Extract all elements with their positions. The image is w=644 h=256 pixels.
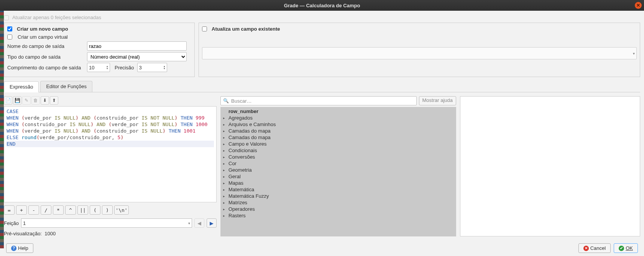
- export-expression-icon[interactable]: ⬆: [50, 96, 58, 105]
- op-close-paren[interactable]: ): [102, 205, 113, 215]
- tree-item[interactable]: ▸Condicionais: [221, 147, 456, 154]
- tab-function-editor[interactable]: Editor de Funções: [40, 81, 92, 92]
- op-equals[interactable]: =: [4, 205, 15, 215]
- field-type-select[interactable]: Número decimal (real): [87, 52, 187, 61]
- tree-item[interactable]: ▸Arquivos e Caminhos: [221, 121, 456, 128]
- tree-item[interactable]: ▸Geometria: [221, 167, 456, 173]
- expand-triangle-icon[interactable]: ▸: [223, 123, 225, 126]
- help-pane: [460, 96, 640, 236]
- expand-triangle-icon[interactable]: ▸: [223, 194, 225, 198]
- code-token: CASE: [7, 108, 18, 114]
- tree-item[interactable]: ▸Camadas do mapa: [221, 128, 456, 134]
- expand-triangle-icon[interactable]: ▸: [223, 207, 225, 211]
- update-field-panel: Atualiza um campo existente ▾: [199, 23, 640, 77]
- tree-item-label: Camadas do mapa: [228, 128, 271, 134]
- op-divide[interactable]: /: [41, 205, 51, 215]
- op-power[interactable]: ^: [65, 205, 76, 215]
- search-icon: 🔍: [223, 98, 229, 103]
- op-concat[interactable]: ||: [77, 205, 88, 215]
- tree-item-label: Geometria: [228, 167, 252, 173]
- tree-item-label: Agregados: [228, 115, 253, 121]
- op-minus[interactable]: -: [28, 205, 39, 215]
- field-name-input[interactable]: [87, 41, 187, 51]
- tree-item[interactable]: ▸Matemática Fuzzy: [221, 193, 456, 199]
- tree-item[interactable]: ▸Matrizes: [221, 199, 456, 206]
- field-length-value: 10: [89, 65, 94, 71]
- function-search-input[interactable]: 🔍 Buscar…: [220, 96, 417, 105]
- create-field-label: Criar um novo campo: [17, 26, 68, 32]
- field-precision-label: Precisão: [115, 65, 134, 71]
- expand-triangle-icon[interactable]: ▸: [223, 162, 225, 166]
- expand-triangle-icon[interactable]: ▸: [223, 142, 225, 146]
- chevron-down-icon: ▾: [188, 221, 190, 225]
- expand-triangle-icon[interactable]: ▸: [223, 155, 225, 159]
- help-button-label: Help: [18, 245, 28, 251]
- update-selected-label: Atualizar apenas 0 feições selecionadas: [12, 15, 101, 20]
- op-plus[interactable]: +: [16, 205, 27, 215]
- tree-item[interactable]: ▸Matemática: [221, 186, 456, 193]
- tree-item[interactable]: ▸Mapas: [221, 180, 456, 186]
- tree-item-label: Matrizes: [228, 200, 247, 205]
- expand-triangle-icon[interactable]: ▸: [223, 116, 225, 120]
- tree-item-label: Matemática Fuzzy: [228, 193, 269, 199]
- window-title: Grade — Calculadora de Campo: [284, 3, 360, 8]
- expand-triangle-icon[interactable]: ▸: [223, 188, 225, 192]
- op-open-paren[interactable]: (: [90, 205, 100, 215]
- expand-triangle-icon[interactable]: ▸: [223, 168, 225, 172]
- expand-triangle-icon[interactable]: ▸: [223, 129, 225, 133]
- tree-item[interactable]: ▸Camadas do mapa: [221, 134, 456, 141]
- feature-select[interactable]: 1 ▾: [21, 218, 192, 228]
- next-feature-button[interactable]: ▶: [207, 218, 217, 228]
- op-multiply[interactable]: *: [53, 205, 64, 215]
- expression-editor[interactable]: CASE WHEN (verde_por IS NULL) AND (const…: [4, 106, 217, 202]
- tree-item[interactable]: ▸Agregados: [221, 115, 456, 121]
- spinner-arrows-icon[interactable]: ▴▾: [107, 65, 108, 70]
- expand-triangle-icon[interactable]: ▸: [223, 181, 225, 185]
- field-precision-value: 3: [139, 65, 142, 71]
- tree-item-row-number[interactable]: row_number: [221, 108, 456, 115]
- tree-item-label: Camadas do mapa: [228, 135, 271, 140]
- expand-triangle-icon[interactable]: ▸: [223, 136, 225, 139]
- ok-button-label: OK: [626, 245, 633, 251]
- field-length-spinner[interactable]: 10 ▴▾: [87, 63, 110, 72]
- save-expression-icon[interactable]: 💾: [13, 96, 21, 105]
- virtual-field-checkbox[interactable]: [7, 34, 12, 39]
- preview-value: 1000: [44, 231, 56, 236]
- update-field-checkbox[interactable]: [202, 26, 207, 31]
- tree-item-label: Rasters: [228, 213, 246, 218]
- import-expression-icon[interactable]: ⬇: [41, 96, 49, 105]
- update-selected-check-input: [4, 15, 9, 20]
- preview-label: Pré-visualização:: [4, 231, 42, 236]
- tree-item[interactable]: ▸Campo e Valores: [221, 141, 456, 147]
- tree-item[interactable]: ▸Operadores: [221, 206, 456, 212]
- function-tree[interactable]: row_number ▸Agregados▸Arquivos e Caminho…: [220, 107, 456, 236]
- cancel-icon: ✕: [583, 246, 589, 251]
- tree-item[interactable]: ▸Rasters: [221, 212, 456, 219]
- ok-button[interactable]: ✔ OK: [614, 243, 638, 253]
- tab-expression[interactable]: Expressão: [4, 81, 39, 92]
- expand-triangle-icon[interactable]: ▸: [223, 149, 225, 153]
- spinner-arrows-icon[interactable]: ▴▾: [164, 65, 165, 70]
- existing-field-select[interactable]: ▾: [202, 47, 637, 59]
- tree-item[interactable]: ▸Conversões: [221, 154, 456, 160]
- op-newline[interactable]: '\n': [114, 205, 129, 215]
- tree-item-label: Conversões: [228, 154, 255, 160]
- show-help-button[interactable]: Mostrar ajuda: [419, 96, 456, 105]
- expand-triangle-icon[interactable]: ▸: [223, 214, 225, 218]
- tree-item[interactable]: ▸Cor: [221, 160, 456, 167]
- field-name-label: Nome do campo de saída: [7, 43, 84, 49]
- help-icon: ?: [11, 246, 16, 251]
- cancel-button[interactable]: ✕ Cancel: [578, 243, 611, 253]
- expand-triangle-icon[interactable]: ▸: [223, 201, 225, 205]
- edit-expression-icon: ✎: [22, 96, 31, 105]
- new-expression-icon[interactable]: 📄: [4, 96, 12, 105]
- chevron-down-icon: ▾: [633, 51, 635, 56]
- expand-triangle-icon[interactable]: ▸: [223, 175, 225, 179]
- update-field-label: Atualiza um campo existente: [212, 26, 280, 32]
- create-field-checkbox[interactable]: [7, 26, 12, 31]
- field-precision-spinner[interactable]: 3 ▴▾: [137, 63, 167, 72]
- tree-item[interactable]: ▸Geral: [221, 173, 456, 180]
- tree-item-label: Mapas: [228, 180, 243, 186]
- close-icon[interactable]: ✕: [635, 2, 642, 9]
- help-button[interactable]: ? Help: [6, 243, 33, 253]
